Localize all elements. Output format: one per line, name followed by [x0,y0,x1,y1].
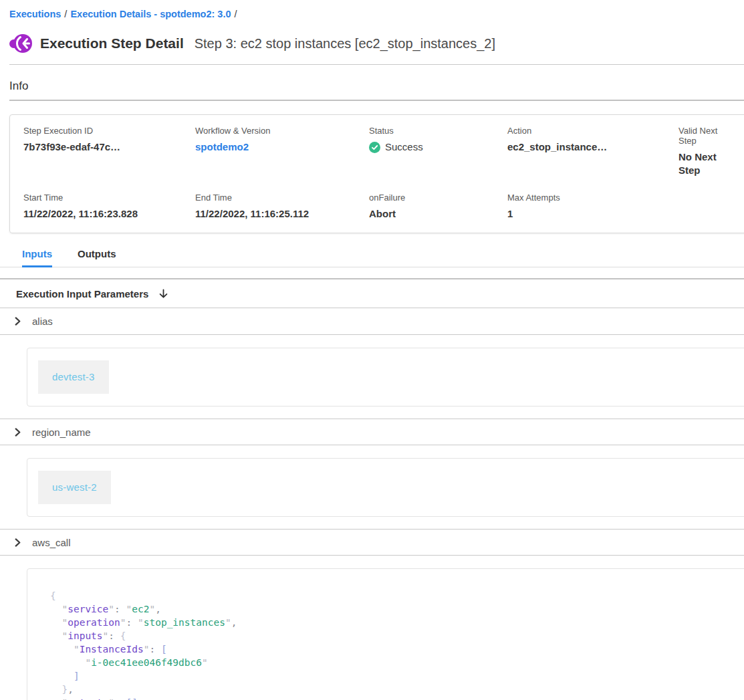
section-name: alias [32,316,53,327]
section-region-name-header[interactable]: region_name [0,419,744,445]
section-alias: alias devtest-3 [0,308,744,419]
aws-call-code-box: { "service": "ec2", "operation": "stop_i… [27,568,744,700]
execution-step-detail-page: Executions/Execution Details - spotdemo2… [0,0,744,700]
header-divider [9,64,744,65]
section-region-name: region_name us-west-2 [0,419,744,529]
chevron-right-icon [13,538,22,547]
breadcrumb-link-execution-details[interactable]: Execution Details - spotdemo2: 3.0 [70,9,231,19]
json-code-block: { "service": "ec2", "operation": "stop_i… [50,589,738,700]
tab-bar: Inputs Outputs [0,248,744,267]
region-value-box: us-west-2 [27,458,744,517]
breadcrumb-separator: / [235,9,237,19]
section-aws-call: aws_call { "service": "ec2", "operation"… [0,529,744,700]
field-max-attempts: Max Attempts 1 [507,193,678,221]
chevron-right-icon [13,428,22,437]
section-region-name-content: us-west-2 [0,445,744,529]
tab-outputs[interactable]: Outputs [78,248,116,267]
alias-chip: devtest-3 [38,360,109,394]
info-heading: Info [9,80,744,93]
section-aws-call-content: { "service": "ec2", "operation": "stop_i… [0,556,744,700]
field-status: Status Success [369,126,507,177]
tab-inputs[interactable]: Inputs [22,248,52,267]
field-step-execution-id: Step Execution ID 7b73f93e-edaf-47c… [23,126,195,177]
field-start-time: Start Time 11/22/2022, 11:16:23.828 [23,193,195,221]
page-subtitle: Step 3: ec2 stop instances [ec2_stop_ins… [195,36,495,51]
workflow-logo-icon [9,32,32,55]
success-check-icon [369,142,380,153]
field-valid-next-step: Valid Next Step No Next Step [678,126,735,177]
info-card: Step Execution ID 7b73f93e-edaf-47c… Wor… [9,114,744,233]
field-action: Action ec2_stop_instance… [507,126,678,177]
region-chip: us-west-2 [38,471,111,504]
params-title: Execution Input Parameters [16,288,148,300]
section-name: aws_call [32,537,71,548]
chevron-right-icon [13,317,22,326]
section-aws-call-header[interactable]: aws_call [0,529,744,556]
breadcrumb-separator: / [64,9,67,19]
info-divider [9,100,744,101]
page-title: Execution Step Detail [40,35,184,51]
field-onfailure: onFailure Abort [369,193,507,221]
section-alias-content: devtest-3 [0,335,744,419]
breadcrumb: Executions/Execution Details - spotdemo2… [0,7,744,21]
download-arrow-icon[interactable] [158,288,169,300]
workflow-link[interactable]: spotdemo2 [195,140,369,154]
breadcrumb-link-executions[interactable]: Executions [9,9,61,19]
alias-value-box: devtest-3 [27,348,744,406]
params-header: Execution Input Parameters [0,279,744,308]
page-header: Execution Step Detail Step 3: ec2 stop i… [9,30,744,57]
section-alias-header[interactable]: alias [0,308,744,335]
field-workflow-version: Workflow & Version spotdemo2 [195,126,369,177]
section-name: region_name [32,427,91,438]
status-text: Success [385,140,423,154]
field-end-time: End Time 11/22/2022, 11:16:25.112 [195,193,369,221]
